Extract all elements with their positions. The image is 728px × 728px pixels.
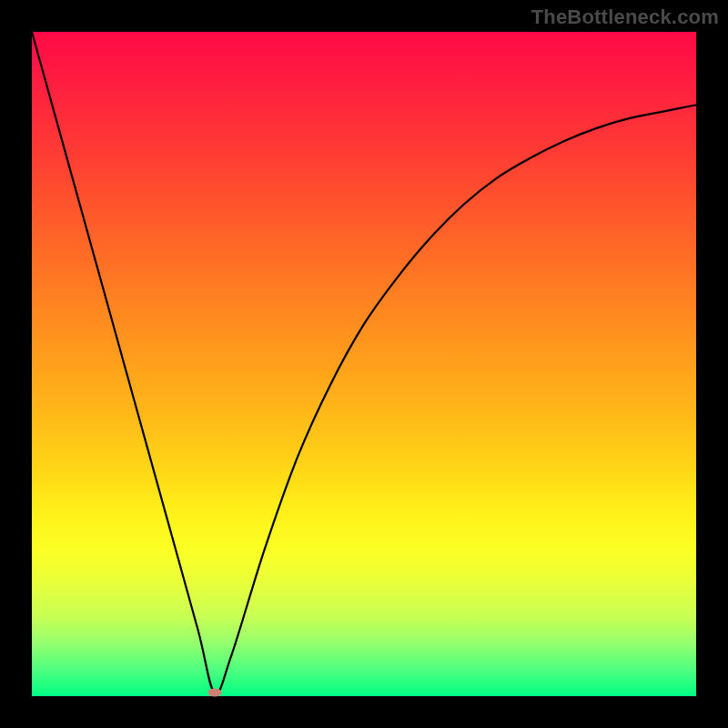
- optimum-marker: [207, 689, 221, 697]
- plot-area: [32, 32, 696, 696]
- bottleneck-curve: [32, 32, 696, 696]
- chart-frame: TheBottleneck.com: [0, 0, 728, 728]
- curve-path: [32, 32, 696, 693]
- attribution-text: TheBottleneck.com: [531, 5, 719, 29]
